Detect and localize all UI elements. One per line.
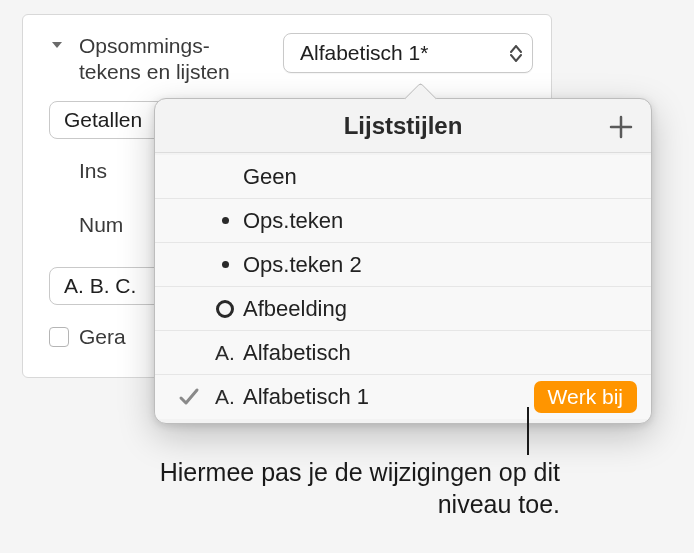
checkmark-icon <box>171 386 207 408</box>
item-label: Ops.teken 2 <box>243 252 637 278</box>
item-label: Geen <box>243 164 637 190</box>
popover-header: Lijststijlen <box>155 99 651 153</box>
bullet-icon <box>222 261 229 268</box>
list-style-value: Alfabetisch 1* <box>300 41 428 65</box>
tiered-checkbox[interactable] <box>49 327 69 347</box>
popover-title: Lijststijlen <box>344 112 463 140</box>
disclosure-triangle[interactable] <box>49 37 65 53</box>
item-label: Ops.teken <box>243 208 637 234</box>
item-label: Afbeelding <box>243 296 637 322</box>
item-label: Alfabetisch <box>243 340 637 366</box>
bullets-lists-label: Opsommings- tekens en lijsten <box>79 33 269 85</box>
updown-icon <box>510 45 522 62</box>
abc-select[interactable]: A. B. C. <box>49 267 169 305</box>
list-styles-popover: Lijststijlen Geen Ops.teken Ops.teken 2 <box>154 98 652 424</box>
list-item-image[interactable]: Afbeelding <box>155 287 651 331</box>
list-type-value: Getallen <box>64 108 142 132</box>
letter-icon: A. <box>215 385 235 409</box>
bullet-icon <box>222 217 229 224</box>
bullets-lists-row: Opsommings- tekens en lijsten Alfabetisc… <box>49 33 533 85</box>
list-style-select[interactable]: Alfabetisch 1* <box>283 33 533 73</box>
update-button[interactable]: Werk bij <box>534 381 637 413</box>
callout-line <box>527 407 529 455</box>
item-label: Alfabetisch 1 <box>243 384 534 410</box>
style-list: Geen Ops.teken Ops.teken 2 Afbeelding A.… <box>155 153 651 423</box>
plus-icon <box>608 114 634 140</box>
list-type-select[interactable]: Getallen <box>49 101 169 139</box>
list-item-alpha[interactable]: A. Alfabetisch <box>155 331 651 375</box>
list-item-bullet[interactable]: Ops.teken <box>155 199 651 243</box>
list-item-bullet2[interactable]: Ops.teken 2 <box>155 243 651 287</box>
callout-text: Hiermee pas je de wijzigingen op dit niv… <box>140 456 560 520</box>
checkbox-label: Gera <box>79 325 126 349</box>
circle-icon <box>216 300 234 318</box>
add-style-button[interactable] <box>607 113 635 141</box>
list-item-alpha1[interactable]: A. Alfabetisch 1 Werk bij <box>155 375 651 419</box>
letter-icon: A. <box>215 341 235 365</box>
abc-value: A. B. C. <box>64 274 136 298</box>
list-item-none[interactable]: Geen <box>155 155 651 199</box>
